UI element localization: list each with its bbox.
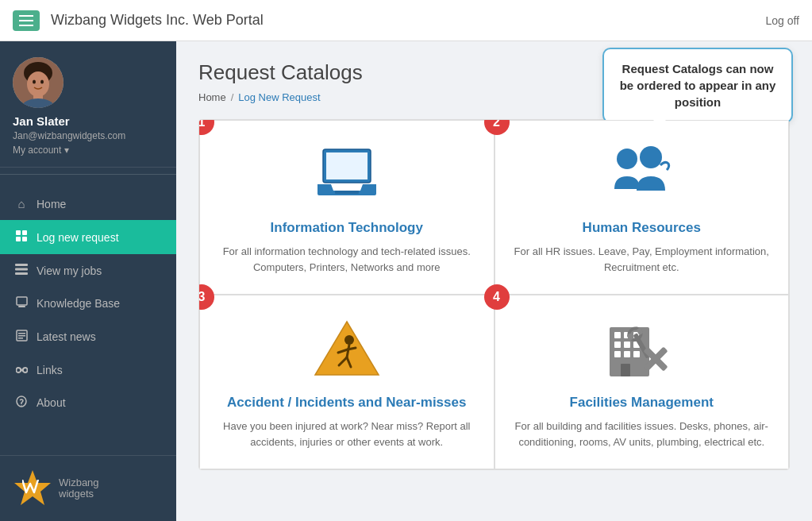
tooltip-balloon: Request Catalogs can now be ordered to a…: [602, 48, 793, 123]
it-icon: [311, 143, 383, 209]
catalog-desc-accident: Have you been injured at work? Near miss…: [219, 419, 475, 450]
catalog-desc-facilities: For all building and facilities issues. …: [514, 419, 770, 450]
svg-rect-14: [15, 264, 28, 266]
logo-name: Wizbang widgets: [59, 477, 99, 500]
links-icon: [14, 363, 29, 376]
svg-rect-13: [22, 237, 27, 241]
svg-rect-43: [624, 342, 630, 348]
svg-rect-27: [326, 152, 368, 179]
sidebar-email: Jan@wizbangwidgets.com: [13, 130, 164, 141]
logoff-button[interactable]: Log off: [765, 14, 799, 27]
svg-rect-20: [18, 333, 25, 334]
sidebar-logo: Wizbang widgets: [0, 455, 176, 521]
svg-point-30: [640, 146, 662, 168]
breadcrumb-current: Log New Request: [238, 91, 320, 103]
catalog-label-facilities: Facilities Management: [570, 395, 714, 411]
svg-point-32: [344, 335, 354, 345]
portal-title: Wizbang Widgets Inc. Web Portal: [51, 12, 765, 29]
sidebar-item-links[interactable]: Links: [0, 353, 176, 386]
svg-rect-46: [624, 351, 630, 357]
sidebar-item-latest-news[interactable]: Latest news: [0, 320, 176, 353]
log-request-icon: [14, 230, 29, 245]
sidebar-item-about-label: About: [37, 396, 66, 409]
catalog-grid: 1 Information Technology For all informa…: [198, 119, 790, 470]
sidebar-divider: [0, 174, 176, 175]
sidebar-item-view-my-jobs-label: View my jobs: [37, 264, 102, 277]
svg-marker-31: [315, 322, 379, 375]
svg-rect-39: [614, 332, 621, 338]
svg-rect-1: [19, 20, 33, 21]
svg-rect-10: [16, 230, 21, 235]
sidebar-username: Jan Slater: [13, 114, 164, 128]
sidebar-profile: Jan Slater Jan@wizbangwidgets.com My acc…: [0, 41, 176, 168]
catalog-item-accident[interactable]: 3: [199, 295, 495, 469]
breadcrumb-separator: /: [231, 91, 234, 103]
svg-point-24: [21, 405, 21, 406]
svg-rect-18: [18, 306, 25, 307]
knowledge-base-icon: [14, 296, 29, 311]
svg-rect-15: [15, 268, 28, 271]
svg-rect-11: [22, 230, 27, 235]
sidebar-nav: ⌂ Home Log new request: [0, 181, 176, 455]
catalog-badge-1: 1: [198, 119, 214, 135]
menu-icon[interactable]: [13, 10, 40, 31]
sidebar-item-links-label: Links: [37, 364, 63, 376]
svg-rect-2: [19, 25, 33, 26]
accident-icon: [311, 318, 383, 384]
hr-icon: [602, 143, 681, 209]
sidebar-item-view-my-jobs[interactable]: View my jobs: [0, 254, 176, 287]
svg-rect-28: [335, 191, 359, 194]
svg-rect-17: [17, 297, 27, 305]
svg-point-5: [27, 71, 49, 97]
sidebar-item-knowledge-base[interactable]: Knowledge Base: [0, 287, 176, 320]
catalog-badge-4: 4: [484, 284, 510, 310]
svg-rect-22: [18, 338, 23, 339]
svg-point-29: [617, 149, 637, 169]
catalog-desc-hr: For all HR issues. Leave, Pay, Employmen…: [514, 244, 770, 275]
sidebar-item-home-label: Home: [37, 198, 66, 210]
svg-point-8: [33, 80, 36, 84]
svg-rect-16: [15, 272, 28, 275]
breadcrumb-home[interactable]: Home: [198, 91, 226, 103]
catalog-item-it[interactable]: 1 Information Technology For all informa…: [199, 120, 495, 295]
catalog-item-facilities[interactable]: 4: [495, 295, 790, 469]
avatar: [13, 57, 63, 108]
sidebar-item-log-new-request-label: Log new request: [37, 231, 119, 244]
catalog-item-hr[interactable]: 2 Human Resources For all HR issues. Lea: [495, 120, 790, 295]
latest-news-icon: [14, 330, 29, 344]
my-account-link[interactable]: My account ▾: [13, 145, 164, 156]
main-content: Request Catalogs can now be ordered to a…: [176, 41, 812, 521]
svg-line-37: [348, 348, 356, 349]
catalog-desc-it: For all information technology and tech-…: [219, 244, 475, 275]
svg-rect-12: [16, 237, 21, 241]
sidebar-item-about[interactable]: About: [0, 386, 176, 419]
svg-rect-0: [19, 15, 33, 17]
facilities-icon: [602, 318, 681, 384]
about-icon: [14, 396, 29, 410]
logo-star-container: [13, 469, 52, 508]
svg-rect-42: [614, 342, 621, 348]
sidebar-item-latest-news-label: Latest news: [37, 330, 96, 343]
svg-rect-21: [18, 335, 25, 337]
view-jobs-icon: [14, 264, 29, 277]
home-icon: ⌂: [14, 197, 29, 210]
catalog-label-accident: Accident / Incidents and Near-misses: [227, 395, 466, 411]
svg-rect-48: [621, 364, 630, 376]
sidebar: Jan Slater Jan@wizbangwidgets.com My acc…: [0, 41, 176, 521]
catalog-label-it: Information Technology: [271, 220, 423, 236]
topbar: Wizbang Widgets Inc. Web Portal Log off: [0, 0, 812, 41]
svg-rect-47: [633, 351, 640, 357]
layout: Jan Slater Jan@wizbangwidgets.com My acc…: [0, 41, 812, 521]
catalog-label-hr: Human Resources: [583, 220, 701, 236]
sidebar-item-log-new-request[interactable]: Log new request: [0, 220, 176, 254]
sidebar-item-home[interactable]: ⌂ Home: [0, 187, 176, 220]
svg-rect-45: [614, 351, 621, 357]
svg-point-9: [40, 80, 44, 84]
sidebar-item-knowledge-base-label: Knowledge Base: [37, 297, 120, 310]
